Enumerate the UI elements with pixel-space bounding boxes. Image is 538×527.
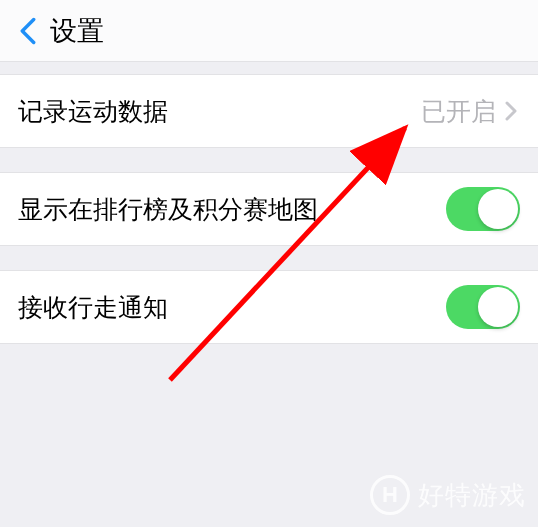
switch-show-leaderboard[interactable] (446, 187, 520, 231)
chevron-right-icon (502, 101, 520, 121)
row-status-text: 已开启 (421, 95, 496, 128)
section-gap (0, 246, 538, 270)
row-label: 显示在排行榜及积分赛地图 (18, 193, 318, 226)
row-show-leaderboard-map: 显示在排行榜及积分赛地图 (0, 172, 538, 246)
page-title: 设置 (50, 13, 104, 49)
watermark-text: 好特游戏 (418, 478, 526, 513)
section-gap (0, 62, 538, 74)
section-gap (0, 148, 538, 172)
row-right: 已开启 (421, 95, 520, 128)
row-record-sport-data[interactable]: 记录运动数据 已开启 (0, 74, 538, 148)
watermark: H 好特游戏 (370, 475, 526, 515)
switch-walk-notify[interactable] (446, 285, 520, 329)
row-label: 接收行走通知 (18, 291, 168, 324)
row-walk-notify: 接收行走通知 (0, 270, 538, 344)
row-label: 记录运动数据 (18, 95, 168, 128)
back-button[interactable] (8, 11, 48, 51)
chevron-left-icon (20, 17, 36, 45)
header-bar: 设置 (0, 0, 538, 62)
watermark-badge-icon: H (370, 475, 410, 515)
